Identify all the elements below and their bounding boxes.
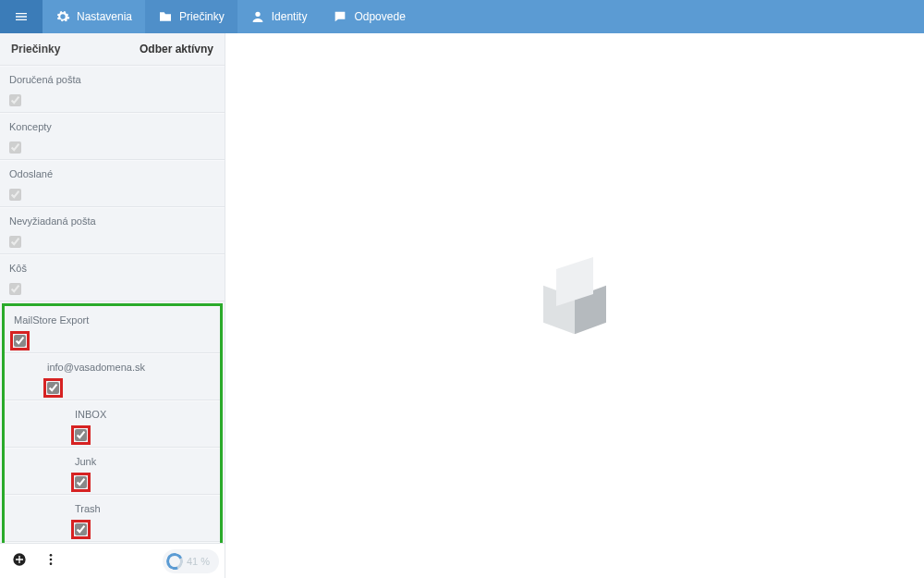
app-logo — [538, 269, 612, 343]
subscribe-checkbox — [9, 283, 21, 295]
subscribe-checkbox — [9, 189, 21, 201]
plus-circle-icon — [12, 552, 27, 571]
subscribe-checkbox — [9, 141, 21, 154]
svg-point-1 — [50, 558, 53, 560]
tab-folders[interactable]: Priečinky — [145, 0, 237, 33]
svg-point-0 — [50, 554, 53, 557]
tab-responses[interactable]: Odpovede — [320, 0, 418, 33]
tab-label: Priečinky — [179, 10, 225, 23]
quota-value: 41 % — [187, 556, 210, 567]
tab-label: Odpovede — [354, 10, 405, 23]
quota-indicator[interactable]: 41 % — [163, 549, 219, 573]
folder-label: INBOX — [5, 400, 220, 425]
subscribe-checkbox[interactable] — [75, 429, 87, 441]
tab-label: Identity — [272, 10, 308, 23]
subscribe-checkbox[interactable] — [47, 382, 59, 394]
quota-ring-icon — [164, 550, 185, 572]
content-area — [225, 33, 924, 578]
folder-label: MailStore Export — [5, 306, 220, 331]
folder-label: Junk — [5, 448, 220, 473]
sidebar-subtitle: Odber aktívny — [140, 43, 213, 55]
svg-point-2 — [50, 562, 53, 565]
sidebar-header: Priečinky Odber aktívny — [0, 33, 225, 66]
highlight-annotation: MailStore Export info@vasadomena.sk INBO… — [2, 303, 223, 543]
subscribe-checkbox — [9, 94, 21, 106]
subscribe-checkbox[interactable] — [75, 523, 87, 535]
folder-label: Nevyžiadaná pošta — [0, 207, 225, 232]
person-icon — [250, 9, 265, 24]
folder-actions-button[interactable] — [37, 548, 65, 574]
folder-junk[interactable]: Nevyžiadaná pošta — [0, 207, 225, 254]
hamburger-icon — [14, 9, 29, 24]
sidebar-title: Priečinky — [11, 43, 60, 55]
folder-inbox[interactable]: Doručená pošta — [0, 66, 225, 113]
sidebar-toolbar: 41 % — [0, 543, 225, 578]
folder-mailstore-junk[interactable]: Junk — [5, 448, 220, 495]
topbar: Nastavenia Priečinky Identity Odpovede — [0, 0, 924, 33]
folder-trash[interactable]: Kôš — [0, 254, 225, 301]
folder-label: Trash — [5, 495, 220, 520]
gear-icon — [55, 9, 70, 24]
folder-drafts[interactable]: Koncepty — [0, 113, 225, 160]
kebab-icon — [43, 552, 58, 571]
chat-icon — [333, 9, 347, 24]
folder-sent[interactable]: Odoslané — [0, 160, 225, 207]
menu-toggle-button[interactable] — [0, 0, 43, 33]
folder-mailstore-account[interactable]: info@vasadomena.sk — [5, 353, 220, 400]
tab-identities[interactable]: Identity — [237, 0, 321, 33]
subscribe-checkbox[interactable] — [14, 335, 26, 347]
folder-label: Koncepty — [0, 113, 225, 138]
tab-label: Nastavenia — [77, 10, 132, 23]
folder-label: Odoslané — [0, 160, 225, 185]
folder-mailstore-inbox[interactable]: INBOX — [5, 400, 220, 448]
folder-label: info@vasadomena.sk — [5, 353, 220, 378]
tab-settings[interactable]: Nastavenia — [43, 0, 145, 33]
subscribe-checkbox[interactable] — [75, 476, 87, 488]
add-folder-button[interactable] — [6, 548, 33, 574]
subscribe-checkbox — [9, 236, 21, 248]
main: Priečinky Odber aktívny Doručená pošta K… — [0, 33, 924, 578]
folder-list: Doručená pošta Koncepty Odoslané Nevyžia… — [0, 66, 225, 543]
folder-label: Kôš — [0, 254, 225, 279]
folder-mailstore-export[interactable]: MailStore Export — [5, 306, 220, 353]
folder-mailstore-trash[interactable]: Trash — [5, 495, 220, 542]
folder-icon — [158, 9, 173, 24]
folder-label: Doručená pošta — [0, 66, 225, 91]
sidebar: Priečinky Odber aktívny Doručená pošta K… — [0, 33, 225, 578]
